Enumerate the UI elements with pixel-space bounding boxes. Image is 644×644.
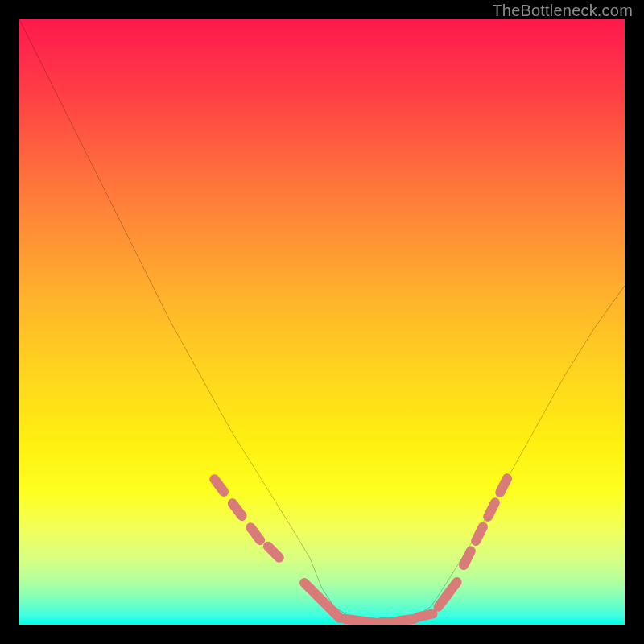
chart-frame: TheBottleneck.com xyxy=(0,0,644,644)
marker-point xyxy=(464,551,471,565)
plot-area xyxy=(19,19,625,625)
highlighted-points xyxy=(214,478,507,623)
marker-point xyxy=(448,582,457,595)
marker-point xyxy=(268,547,279,558)
curve-layer xyxy=(19,19,625,625)
bottleneck-curve xyxy=(19,19,625,625)
marker-point xyxy=(250,527,260,540)
marker-point xyxy=(417,613,432,617)
watermark-text: TheBottleneck.com xyxy=(492,2,633,20)
marker-point xyxy=(399,619,415,621)
marker-point xyxy=(488,502,495,516)
marker-point xyxy=(500,478,507,492)
marker-point xyxy=(476,526,483,540)
marker-point xyxy=(345,619,360,621)
marker-point xyxy=(328,607,340,618)
marker-point xyxy=(233,503,242,516)
marker-point xyxy=(214,479,224,492)
